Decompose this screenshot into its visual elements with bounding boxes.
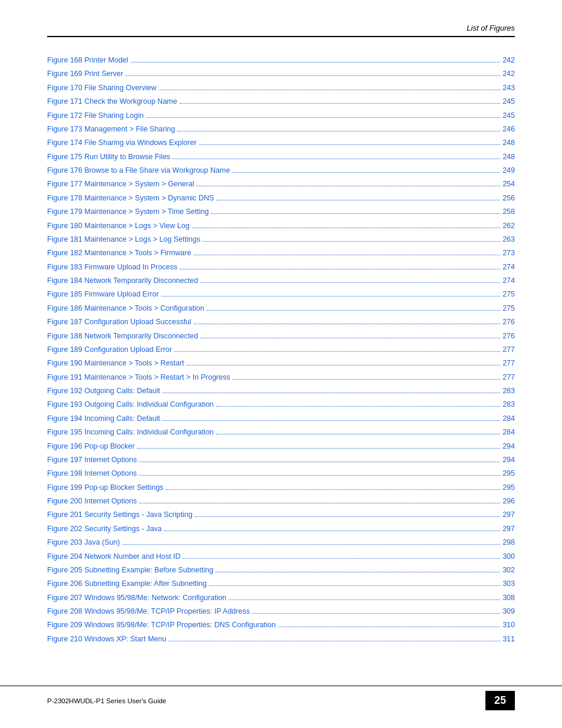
list-item: Figure 176 Browse to a File Share via Wo… bbox=[47, 165, 515, 176]
figure-page: 284 bbox=[503, 413, 515, 424]
figure-label[interactable]: Figure 199 Pop-up Blocker Settings bbox=[47, 482, 163, 493]
list-item: Figure 183 Firmware Upload In Process274 bbox=[47, 262, 515, 273]
toc-dots bbox=[177, 131, 500, 131]
figure-label[interactable]: Figure 210 Windows XP: Start Menu bbox=[47, 634, 166, 645]
list-item: Figure 182 Maintenance > Tools > Firmwar… bbox=[47, 248, 515, 259]
figure-page: 256 bbox=[503, 193, 515, 204]
figure-label[interactable]: Figure 204 Network Number and Host ID bbox=[47, 551, 180, 562]
figure-page: 283 bbox=[503, 399, 515, 410]
toc-dots bbox=[200, 282, 500, 283]
figure-label[interactable]: Figure 175 Run Utility to Browse Files bbox=[47, 151, 170, 163]
figure-label[interactable]: Figure 176 Browse to a File Share via Wo… bbox=[47, 165, 230, 176]
figure-label[interactable]: Figure 208 Windows 95/98/Me: TCP/IP Prop… bbox=[47, 606, 250, 617]
figure-label[interactable]: Figure 190 Maintenance > Tools > Restart bbox=[47, 358, 184, 369]
figure-page: 283 bbox=[503, 386, 515, 397]
toc-dots bbox=[123, 544, 500, 545]
list-item: Figure 194 Incoming Calls: Default284 bbox=[47, 413, 515, 424]
figure-label[interactable]: Figure 205 Subnetting Example: Before Su… bbox=[47, 565, 213, 576]
toc-dots bbox=[192, 228, 501, 228]
figure-label[interactable]: Figure 200 Internet Options bbox=[47, 496, 137, 507]
figure-label[interactable]: Figure 206 Subnetting Example: After Sub… bbox=[47, 578, 207, 589]
figure-page: 310 bbox=[503, 620, 515, 631]
figure-label[interactable]: Figure 209 Windows 95/98/Me: TCP/IP Prop… bbox=[47, 620, 276, 631]
figure-label[interactable]: Figure 196 Pop-up Blocker bbox=[47, 441, 135, 452]
figure-label[interactable]: Figure 173 Management > File Sharing bbox=[47, 124, 175, 135]
figure-label[interactable]: Figure 171 Check the Workgroup Name bbox=[47, 96, 177, 107]
toc-dots bbox=[139, 503, 500, 503]
list-item: Figure 197 Internet Options294 bbox=[47, 454, 515, 466]
figure-label[interactable]: Figure 193 Outgoing Calls: Individual Co… bbox=[47, 399, 214, 410]
figure-page: 277 bbox=[503, 344, 515, 355]
figure-label[interactable]: Figure 184 Network Temporarily Disconnec… bbox=[47, 275, 198, 286]
list-item: Figure 169 Print Server242 bbox=[47, 68, 515, 80]
list-item: Figure 192 Outgoing Calls: Default283 bbox=[47, 386, 515, 397]
figure-page: 297 bbox=[503, 523, 515, 535]
figure-label[interactable]: Figure 172 File Sharing Login bbox=[47, 110, 144, 121]
toc-dots bbox=[211, 213, 500, 214]
figure-label[interactable]: Figure 207 WIndows 95/98/Me: Network: Co… bbox=[47, 592, 226, 604]
figure-label[interactable]: Figure 187 Configuration Upload Successf… bbox=[47, 317, 191, 328]
figure-label[interactable]: Figure 177 Maintenance > System > Genera… bbox=[47, 179, 194, 190]
figure-label[interactable]: Figure 169 Print Server bbox=[47, 68, 123, 80]
figure-label[interactable]: Figure 186 Maintenance > Tools > Configu… bbox=[47, 303, 204, 314]
list-item: Figure 206 Subnetting Example: After Sub… bbox=[47, 578, 515, 589]
list-item: Figure 191 Maintenance > Tools > Restart… bbox=[47, 372, 515, 383]
figure-page: 294 bbox=[503, 441, 515, 452]
toc-dots bbox=[183, 558, 500, 559]
figure-label[interactable]: Figure 178 Maintenance > System > Dynami… bbox=[47, 193, 214, 204]
figure-label[interactable]: Figure 191 Maintenance > Tools > Restart… bbox=[47, 372, 230, 383]
toc-dots bbox=[216, 200, 500, 200]
figure-label[interactable]: Figure 185 Firmware Upload Error bbox=[47, 289, 159, 300]
list-item: Figure 201 Security Settings - Java Scri… bbox=[47, 509, 515, 521]
figure-label[interactable]: Figure 192 Outgoing Calls: Default bbox=[47, 386, 160, 397]
toc-dots bbox=[252, 613, 500, 614]
list-item: Figure 177 Maintenance > System > Genera… bbox=[47, 179, 515, 190]
figure-label[interactable]: Figure 179 Maintenance > System > Time S… bbox=[47, 206, 209, 218]
toc-dots bbox=[193, 255, 500, 255]
figure-page: 254 bbox=[503, 179, 515, 190]
figure-label[interactable]: Figure 189 Configuration Upload Error bbox=[47, 344, 172, 355]
figure-page: 262 bbox=[503, 220, 515, 232]
list-item: Figure 210 Windows XP: Start Menu311 bbox=[47, 634, 515, 645]
header-title: List of Figures bbox=[467, 24, 515, 32]
figure-label[interactable]: Figure 183 Firmware Upload In Process bbox=[47, 262, 177, 273]
figure-label[interactable]: Figure 202 Security Settings - Java bbox=[47, 523, 162, 535]
figure-page: 298 bbox=[503, 537, 515, 548]
toc-dots bbox=[159, 90, 501, 90]
figure-label[interactable]: Figure 174 File Sharing via Windows Expl… bbox=[47, 137, 197, 149]
figure-label[interactable]: Figure 203 Java (Sun) bbox=[47, 537, 120, 548]
list-item: Figure 205 Subnetting Example: Before Su… bbox=[47, 565, 515, 576]
figure-label[interactable]: Figure 195 Incoming Calls: Individual Co… bbox=[47, 427, 214, 438]
figure-page: 284 bbox=[503, 427, 515, 438]
toc-dots bbox=[196, 186, 500, 186]
toc-dots bbox=[180, 269, 500, 269]
toc-dots bbox=[166, 489, 500, 490]
page-footer: P-2302HWUDL-P1 Series User's Guide 25 bbox=[0, 686, 562, 710]
figure-page: 311 bbox=[503, 634, 515, 645]
figure-page: 273 bbox=[503, 248, 515, 259]
toc-dots bbox=[216, 572, 500, 572]
toc-dots bbox=[209, 585, 500, 586]
list-item: Figure 181 Maintenance > Logs > Log Sett… bbox=[47, 234, 515, 245]
footer-product: P-2302HWUDL-P1 Series User's Guide bbox=[47, 697, 166, 704]
figure-page: 263 bbox=[503, 234, 515, 245]
figure-page: 245 bbox=[503, 110, 515, 121]
figure-label[interactable]: Figure 197 Internet Options bbox=[47, 454, 137, 466]
toc-dots bbox=[278, 627, 500, 627]
figure-page: 275 bbox=[503, 303, 515, 314]
figure-label[interactable]: Figure 194 Incoming Calls: Default bbox=[47, 413, 160, 424]
figure-label[interactable]: Figure 182 Maintenance > Tools > Firmwar… bbox=[47, 248, 191, 259]
figure-label[interactable]: Figure 170 File Sharing Overview bbox=[47, 83, 157, 94]
figure-label[interactable]: Figure 188 Network Temporarily Disconnec… bbox=[47, 331, 198, 342]
figure-label[interactable]: Figure 180 Maintenance > Logs > View Log bbox=[47, 220, 190, 232]
figure-label[interactable]: Figure 168 Printer Model bbox=[47, 55, 128, 66]
figure-label[interactable]: Figure 198 Internet Options bbox=[47, 468, 137, 479]
toc-dots bbox=[173, 159, 500, 159]
figure-label[interactable]: Figure 181 Maintenance > Logs > Log Sett… bbox=[47, 234, 200, 245]
figure-page: 258 bbox=[503, 206, 515, 218]
list-item: Figure 187 Configuration Upload Successf… bbox=[47, 317, 515, 328]
list-item: Figure 209 Windows 95/98/Me: TCP/IP Prop… bbox=[47, 620, 515, 631]
list-item: Figure 195 Incoming Calls: Individual Co… bbox=[47, 427, 515, 438]
figure-label[interactable]: Figure 201 Security Settings - Java Scri… bbox=[47, 509, 193, 521]
figure-page: 243 bbox=[503, 83, 515, 94]
